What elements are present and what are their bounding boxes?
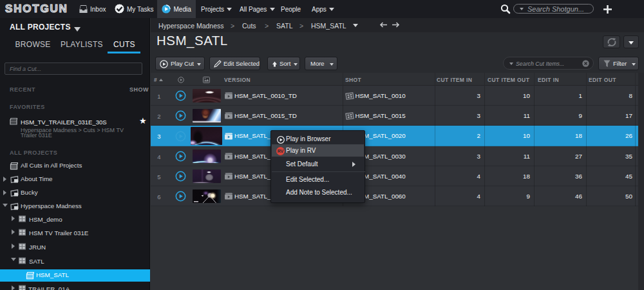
svg-text:RV: RV: [278, 149, 284, 153]
